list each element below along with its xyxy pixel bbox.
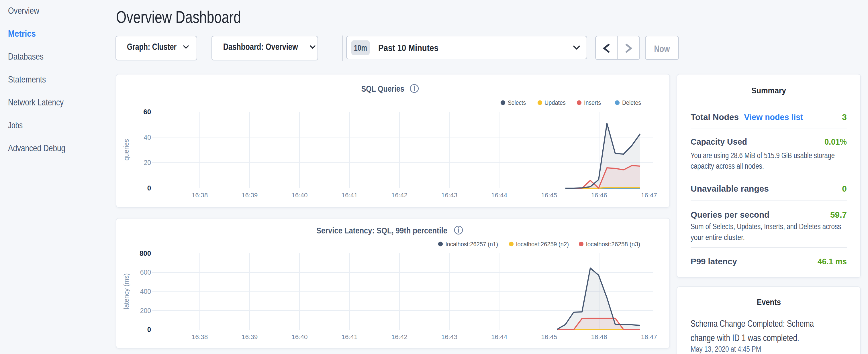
- svg-text:16:42: 16:42: [392, 192, 407, 199]
- svg-text:16:43: 16:43: [441, 333, 457, 341]
- svg-text:600: 600: [140, 269, 151, 276]
- svg-text:16:38: 16:38: [192, 333, 208, 341]
- svg-text:16:40: 16:40: [291, 192, 308, 199]
- svg-text:Jobs: Jobs: [8, 120, 23, 130]
- svg-text:Updates: Updates: [545, 99, 566, 106]
- svg-text:localhost:26257 (n1): localhost:26257 (n1): [445, 240, 498, 248]
- svg-text:your entire cluster.: your entire cluster.: [691, 233, 745, 242]
- svg-text:16:46: 16:46: [591, 333, 607, 341]
- svg-text:16:47: 16:47: [641, 333, 657, 341]
- svg-text:Deletes: Deletes: [622, 99, 641, 106]
- svg-text:Dashboard: Overview: Dashboard: Overview: [223, 42, 298, 52]
- svg-text:Now: Now: [654, 43, 670, 54]
- svg-text:0: 0: [147, 326, 151, 333]
- svg-text:16:42: 16:42: [392, 333, 407, 341]
- svg-text:Databases: Databases: [8, 52, 43, 62]
- svg-text:16:40: 16:40: [291, 333, 308, 341]
- svg-text:46.1 ms: 46.1 ms: [817, 257, 847, 266]
- svg-text:0: 0: [842, 184, 847, 193]
- svg-text:View nodes list: View nodes list: [744, 112, 803, 122]
- svg-text:Selects: Selects: [508, 99, 526, 106]
- svg-text:Statements: Statements: [8, 74, 46, 85]
- svg-text:10m: 10m: [354, 43, 367, 53]
- svg-text:16:45: 16:45: [541, 333, 557, 341]
- svg-text:Queries per second: Queries per second: [691, 210, 769, 219]
- svg-text:59.7: 59.7: [830, 210, 847, 219]
- svg-text:Capacity Used: Capacity Used: [691, 137, 747, 147]
- svg-text:3: 3: [842, 112, 847, 122]
- svg-text:queries: queries: [123, 139, 130, 160]
- svg-text:Unavailable ranges: Unavailable ranges: [691, 184, 769, 193]
- svg-text:Graph: Cluster: Graph: Cluster: [127, 42, 177, 52]
- svg-text:20: 20: [144, 159, 151, 166]
- svg-text:Overview Dashboard: Overview Dashboard: [116, 8, 241, 27]
- svg-text:localhost:26258 (n3): localhost:26258 (n3): [586, 240, 640, 248]
- svg-text:You are using 28.6 MiB of 515.: You are using 28.6 MiB of 515.9 GiB usab…: [691, 151, 835, 160]
- svg-text:Inserts: Inserts: [584, 99, 601, 106]
- svg-text:May 13, 2020 at 4:45 PM: May 13, 2020 at 4:45 PM: [691, 345, 761, 353]
- svg-text:Metrics: Metrics: [8, 29, 36, 39]
- svg-text:Sum of Selects, Updates, Inser: Sum of Selects, Updates, Inserts, and De…: [691, 222, 841, 231]
- svg-text:60: 60: [143, 108, 151, 116]
- svg-text:0: 0: [147, 184, 151, 192]
- svg-text:16:43: 16:43: [441, 192, 457, 199]
- svg-text:16:41: 16:41: [341, 192, 358, 199]
- svg-text:400: 400: [140, 288, 151, 295]
- svg-text:capacity across all nodes.: capacity across all nodes.: [691, 162, 764, 170]
- svg-text:800: 800: [140, 250, 151, 257]
- svg-text:Advanced Debug: Advanced Debug: [8, 143, 65, 153]
- svg-text:16:39: 16:39: [242, 333, 258, 341]
- svg-text:40: 40: [144, 134, 151, 141]
- svg-text:16:44: 16:44: [491, 192, 507, 199]
- svg-text:200: 200: [140, 307, 151, 315]
- svg-text:16:41: 16:41: [341, 333, 358, 341]
- svg-text:Overview: Overview: [8, 6, 39, 16]
- svg-text:16:39: 16:39: [242, 192, 258, 199]
- svg-text:Schema Change Completed: Schem: Schema Change Completed: Schema: [691, 318, 814, 329]
- svg-text:change with ID 1 was completed: change with ID 1 was completed.: [691, 332, 799, 343]
- svg-text:Service Latency: SQL, 99th per: Service Latency: SQL, 99th percentile: [316, 226, 447, 235]
- svg-text:Total Nodes: Total Nodes: [691, 112, 739, 122]
- svg-text:localhost:26259 (n2): localhost:26259 (n2): [516, 240, 569, 248]
- svg-text:Past 10 Minutes: Past 10 Minutes: [378, 43, 438, 53]
- svg-text:0.01%: 0.01%: [825, 137, 847, 147]
- svg-text:16:46: 16:46: [591, 192, 607, 199]
- svg-text:16:47: 16:47: [641, 192, 657, 199]
- svg-text:16:38: 16:38: [192, 192, 208, 199]
- svg-text:Network Latency: Network Latency: [8, 97, 64, 107]
- svg-text:SQL Queries: SQL Queries: [361, 84, 404, 93]
- svg-text:Summary: Summary: [751, 86, 786, 95]
- svg-text:Events: Events: [757, 297, 781, 307]
- svg-text:16:44: 16:44: [491, 333, 507, 341]
- svg-text:16:45: 16:45: [541, 192, 557, 199]
- svg-text:P99 latency: P99 latency: [691, 257, 737, 266]
- svg-text:latency (ms): latency (ms): [123, 273, 130, 309]
